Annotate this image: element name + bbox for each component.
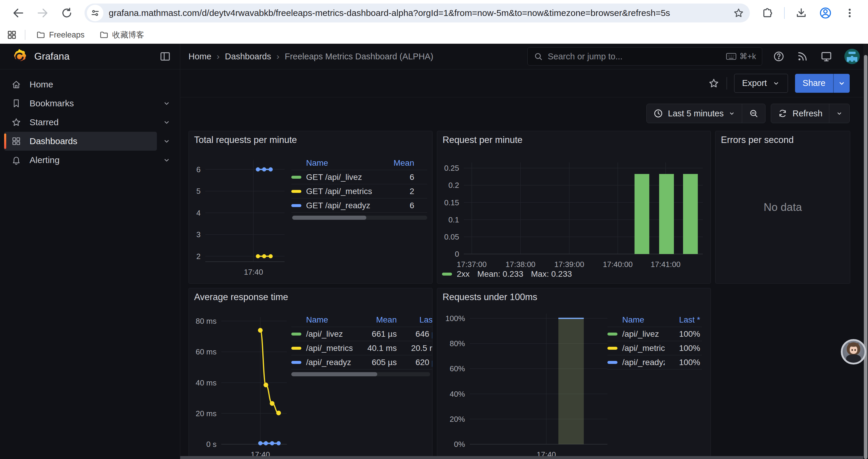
legend-row[interactable]: /api/_livez100% <box>608 327 702 341</box>
series-name[interactable]: GET /api/_readyz <box>306 201 370 210</box>
series-color-pill <box>608 347 617 350</box>
address-bar[interactable]: grafana.mathmast.com/d/deytv4rwavabkb/fr… <box>85 4 750 23</box>
series-name[interactable]: /api/_metrics <box>306 343 352 353</box>
bookmark-folder[interactable]: Freeleaps <box>33 28 88 41</box>
chevron-down-icon[interactable] <box>157 113 176 132</box>
legend-col-mean[interactable]: Mean <box>382 158 414 168</box>
favorite-star-icon[interactable] <box>708 78 719 89</box>
sidebar-item-label: Dashboards <box>30 136 78 146</box>
breadcrumb-item[interactable]: Dashboards <box>225 52 271 61</box>
sidebar-item-bookmarks: Bookmarks <box>4 94 176 113</box>
legend-col-mean[interactable]: Mean <box>352 315 397 325</box>
legend-row[interactable]: /api/_metrics100% <box>608 341 702 355</box>
downloads-icon[interactable] <box>790 2 812 24</box>
news-rss-icon[interactable] <box>797 51 808 62</box>
panel-average-response-time[interactable]: Average response time 80 ms60 ms40 ms20 … <box>188 288 433 459</box>
svg-text:17:40: 17:40 <box>244 268 263 276</box>
page-scrollbar[interactable] <box>863 44 868 459</box>
breadcrumb-item[interactable]: Home <box>188 52 211 61</box>
svg-text:100%: 100% <box>445 314 465 323</box>
brand-title[interactable]: Grafana <box>34 51 152 62</box>
panel-errors-per-second[interactable]: Errors per second No data <box>715 131 850 284</box>
series-name[interactable]: /api/_metrics <box>622 343 665 353</box>
series-color-pill <box>291 176 301 179</box>
legend-row[interactable]: GET /api/_metrics2 <box>291 184 427 198</box>
series-name[interactable]: /api/_livez <box>622 329 659 339</box>
export-button[interactable]: Export <box>734 74 788 93</box>
back-icon[interactable] <box>8 2 29 24</box>
user-avatar[interactable] <box>844 49 860 64</box>
panel-title[interactable]: Request per minute <box>442 135 523 145</box>
bar-chart: 100%80%60%40%20%0%17:40 <box>439 303 610 459</box>
sidebar-link-alerting[interactable]: Alerting <box>4 151 157 169</box>
refresh-interval-dropdown[interactable] <box>829 104 849 123</box>
line-chart: 80 ms60 ms40 ms20 ms0 s17:40 <box>191 305 290 459</box>
legend-row[interactable]: GET /api/_livez6 <box>291 170 427 184</box>
panel-title[interactable]: Total requests per minute <box>194 135 297 145</box>
chart-legend: 2xx Mean: 0.233 Max: 0.233 <box>442 269 572 279</box>
legend-table: NameMeanLast */api/_livez661 µs646 µs/ap… <box>291 313 433 369</box>
chevron-down-icon <box>772 79 780 87</box>
chevron-down-icon[interactable] <box>157 151 176 169</box>
panel-requests-under-100ms[interactable]: Requests under 100ms 100%80%60%40%20%0%1… <box>437 288 711 459</box>
legend-col-name[interactable]: Name <box>291 158 382 168</box>
site-settings-icon[interactable] <box>87 5 103 21</box>
legend-scrollbar[interactable] <box>292 216 427 220</box>
legend-row[interactable]: GET /api/_readyz6 <box>291 198 427 213</box>
series-name[interactable]: /api/_readyz <box>306 358 351 367</box>
legend-col-name[interactable]: Name <box>608 315 665 325</box>
legend-col-last[interactable]: Last * <box>665 315 700 325</box>
sidebar-link-home[interactable]: Home <box>4 75 176 94</box>
bookmark-folder[interactable]: 收藏博客 <box>96 28 147 41</box>
legend-item-2xx[interactable]: 2xx <box>442 269 470 279</box>
panel-request-per-minute[interactable]: Request per minute 0.250.20.150.10.05017… <box>437 131 711 284</box>
page-scrollbar-thumb[interactable] <box>864 55 867 459</box>
dock-menu-icon[interactable] <box>159 51 171 62</box>
search-input[interactable]: Search or jump to... ⌘+k <box>527 47 762 66</box>
extensions-icon[interactable] <box>757 2 778 24</box>
chevron-down-icon[interactable] <box>157 132 176 151</box>
grafana-header-right: Home›Dashboards›Freeleaps Metrics Dashbo… <box>180 44 868 69</box>
horizontal-scrollbar[interactable] <box>180 456 863 459</box>
legend-scrollbar[interactable] <box>291 372 430 376</box>
sidebar-item-label: Starred <box>30 117 59 127</box>
series-name[interactable]: /api/_readyz <box>622 358 665 367</box>
series-color-pill <box>291 333 301 335</box>
panel-title[interactable]: Requests under 100ms <box>442 292 537 302</box>
help-icon[interactable] <box>773 51 785 62</box>
refresh-button[interactable]: Refresh <box>771 104 829 123</box>
svg-text:0: 0 <box>455 250 459 258</box>
profile-icon[interactable] <box>815 2 836 24</box>
bookmark-star-icon[interactable] <box>730 5 747 21</box>
panel-title[interactable]: Average response time <box>194 292 288 302</box>
grafana-logo[interactable] <box>11 48 27 64</box>
sidebar-link-dashboards[interactable]: Dashboards <box>4 132 157 151</box>
apps-grid-icon[interactable] <box>6 30 17 40</box>
legend-row[interactable]: /api/_metrics40.1 ms20.5 ms <box>291 341 433 355</box>
series-name[interactable]: /api/_livez <box>306 329 343 339</box>
sidebar-link-starred[interactable]: Starred <box>4 113 157 132</box>
share-button[interactable]: Share <box>795 74 850 93</box>
time-range-picker[interactable]: Last 5 minutes <box>647 104 742 123</box>
url-text[interactable]: grafana.mathmast.com/d/deytv4rwavabkb/fr… <box>109 8 730 18</box>
refresh-icon <box>778 108 788 119</box>
legend-row[interactable]: /api/_readyz605 µs620 µs <box>291 355 433 369</box>
forward-icon[interactable] <box>32 2 53 24</box>
series-name[interactable]: GET /api/_metrics <box>306 187 372 196</box>
reload-icon[interactable] <box>56 2 78 24</box>
series-value: 605 µs <box>352 358 397 367</box>
legend-row[interactable]: /api/_livez661 µs646 µs <box>291 327 433 341</box>
assistant-avatar[interactable] <box>841 339 866 364</box>
chevron-down-icon[interactable] <box>157 94 176 113</box>
legend-col-last[interactable]: Last * <box>397 315 433 325</box>
zoom-out-button[interactable] <box>742 104 765 123</box>
share-menu-chevron-icon[interactable] <box>833 74 850 93</box>
sidebar-link-bookmarks[interactable]: Bookmarks <box>4 94 157 113</box>
legend-col-name[interactable]: Name <box>291 315 352 325</box>
browser-menu-icon[interactable] <box>839 2 860 24</box>
legend-row[interactable]: /api/_readyz100% <box>608 355 702 369</box>
series-name[interactable]: GET /api/_livez <box>306 172 362 182</box>
series-color-pill <box>291 204 301 207</box>
kiosk-monitor-icon[interactable] <box>820 50 833 63</box>
panel-total-requests-per-minute[interactable]: Total requests per minute 6543217:40 Nam… <box>188 131 433 284</box>
